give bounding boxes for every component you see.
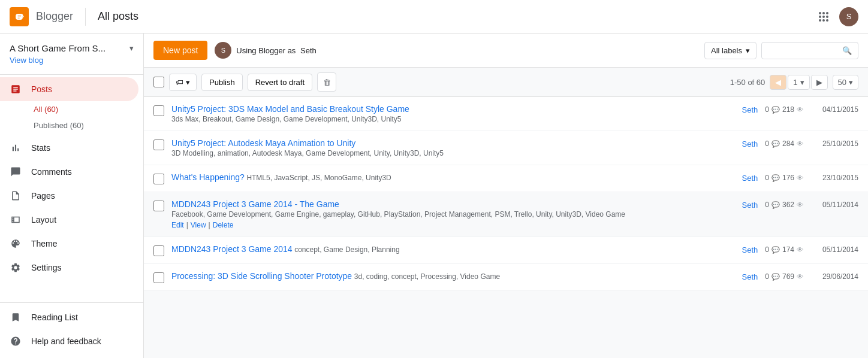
post-author-2[interactable]: Seth [728,174,758,183]
post-comments-1: 0 [765,139,769,148]
per-page-value: 50 [838,78,846,87]
prev-page-button[interactable]: ◀ [770,75,786,90]
post-author-5[interactable]: Seth [728,272,758,281]
pages-icon [10,190,22,202]
post-content-1: Unity5 Project: Autodesk Maya Animation … [171,138,728,157]
nine-dots [819,12,828,22]
user-avatar-small: S [215,42,231,59]
main-content: New post S Using Blogger as Seth All lab… [144,34,868,358]
delete-button[interactable]: 🗑 [317,72,336,92]
post-labels-0: 3ds Max, Breakout, Game Design, Game Dev… [171,115,728,123]
revert-to-draft-button[interactable]: Revert to draft [248,74,312,91]
sidebar-item-layout[interactable]: Layout [0,208,138,232]
post-labels-2: HTML5, JavaScript, JS, MonoGame, Unity3D [246,174,391,182]
post-date-3: 05/11/2014 [810,201,858,209]
select-all-checkbox[interactable] [153,77,164,87]
blog-selector[interactable]: A Short Game From S... ▾ [0,38,143,56]
sidebar-item-layout-label: Layout [31,215,56,224]
post-checkbox-0[interactable] [153,105,164,116]
post-checkbox-1[interactable] [153,139,164,150]
content-header: New post S Using Blogger as Seth All lab… [144,34,868,68]
post-title-4[interactable]: MDDN243 Project 3 Game 2014 [171,244,293,254]
post-author-4[interactable]: Seth [728,245,758,254]
post-checkbox-2[interactable] [153,174,164,184]
posts-sub-items: All (60) Published (60) [0,101,143,136]
post-date-1: 25/10/2015 [810,139,858,148]
settings-icon [10,262,22,274]
sidebar-item-reading-list[interactable]: Reading List [0,305,138,329]
sidebar-sub-item-published[interactable]: Published (60) [0,117,138,134]
label-button[interactable]: 🏷 ▾ [169,74,197,91]
post-comments-2: 0 [765,174,769,182]
sidebar-item-stats[interactable]: Stats [0,136,138,160]
per-page-chevron: ▾ [849,78,853,87]
post-title-1[interactable]: Unity5 Project: Autodesk Maya Animation … [171,138,355,148]
post-stats-0: 0 💬 218 👁 [765,105,803,114]
user-avatar[interactable]: S [839,7,858,26]
sidebar-sub-item-all[interactable]: All (60) [0,101,138,117]
post-delete-3[interactable]: Delete [213,221,234,229]
search-icon[interactable]: 🔍 [842,46,852,55]
post-checkbox-5[interactable] [153,272,164,283]
sidebar-item-settings[interactable]: Settings [0,256,138,280]
post-views-3: 362 [782,201,794,209]
layout-icon [10,214,22,226]
post-title-0[interactable]: Unity5 Project: 3DS Max Model and Basic … [171,104,409,114]
post-author-3[interactable]: Seth [728,201,758,210]
post-checkbox-3[interactable] [153,201,164,211]
sidebar-item-comments[interactable]: Comments [0,160,138,184]
comment-icon-3: 💬 [771,201,780,209]
post-views-0: 218 [782,105,794,114]
post-title-2[interactable]: What's Happening? [171,172,245,182]
posts-toolbar: 🏷 ▾ Publish Revert to draft 🗑 1-50 of 60… [144,68,868,97]
post-author-0[interactable]: Seth [728,105,758,114]
topbar-icons: S [813,6,858,28]
post-stats-3: 0 💬 362 👁 [765,201,803,209]
page-select[interactable]: 1 ▾ [788,75,809,90]
posts-icon [10,83,22,95]
comments-icon [10,166,22,178]
post-stats-5: 0 💬 769 👁 [765,272,803,281]
topbar-divider [85,8,86,26]
publish-button[interactable]: Publish [201,74,243,91]
view-icon-2: 👁 [797,174,803,181]
sidebar-item-help[interactable]: Help and feedback [0,329,138,353]
sidebar-item-posts[interactable]: Posts [0,77,138,101]
blogger-logo[interactable] [10,7,29,26]
using-blogger-text: Using Blogger as Seth [236,46,316,55]
comment-icon-1: 💬 [771,140,780,148]
all-labels-dropdown[interactable]: All labels ▾ [704,42,757,59]
all-labels-label: All labels [711,46,742,55]
sidebar-item-pages[interactable]: Pages [0,184,138,208]
grid-menu-icon[interactable] [813,6,834,28]
blog-name: A Short Game From S... [10,43,127,53]
using-blogger-as-label: Using Blogger as [236,46,296,55]
post-edit-3[interactable]: Edit [171,221,184,229]
new-post-button[interactable]: New post [153,41,207,60]
post-checkbox-4[interactable] [153,245,164,256]
post-meta-1: Seth 0 💬 284 👁 25/10/2015 [728,138,858,148]
post-content-3: MDDN243 Project 3 Game 2014 - The Game F… [171,199,728,229]
post-author-1[interactable]: Seth [728,139,758,148]
view-blog-link[interactable]: View blog [0,56,143,72]
posts-list: Unity5 Project: 3DS Max Model and Basic … [144,97,868,291]
post-view-3[interactable]: View [191,221,206,229]
next-page-button[interactable]: ▶ [811,75,828,90]
layout: A Short Game From S... ▾ View blog Posts… [0,34,868,358]
sidebar-item-pages-label: Pages [31,191,55,201]
per-page-select[interactable]: 50 ▾ [833,75,858,90]
post-title-5[interactable]: Processing: 3D Side Scrolling Shooter Pr… [171,271,352,281]
sidebar-item-theme[interactable]: Theme [0,232,138,256]
comment-icon-5: 💬 [771,273,780,281]
post-meta-3: Seth 0 💬 362 👁 05/11/2014 [728,199,858,210]
post-views-1: 284 [782,139,794,148]
sidebar-item-comments-label: Comments [31,167,72,177]
topbar-brand: Blogger [36,10,73,23]
post-date-2: 23/10/2015 [810,174,858,182]
post-title-3[interactable]: MDDN243 Project 3 Game 2014 - The Game [171,199,339,209]
post-content-2: What's Happening? HTML5, JavaScript, JS,… [171,172,728,182]
pagination-nav: ◀ 1 ▾ ▶ [770,75,827,90]
search-input[interactable] [768,46,840,55]
view-blog-anchor[interactable]: View blog [10,56,43,65]
sidebar-item-help-label: Help and feedback [31,336,101,346]
